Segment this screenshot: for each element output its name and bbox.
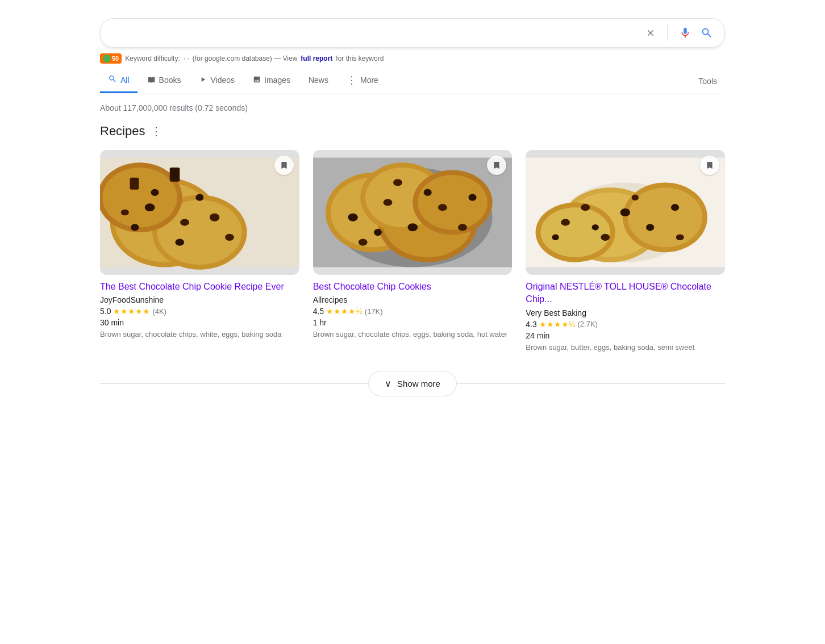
bookmark-3[interactable]	[700, 156, 719, 175]
svg-point-29	[383, 199, 392, 206]
divider	[667, 25, 668, 41]
more-dots-icon: ⋮	[347, 74, 357, 86]
recipe-time-1: 30 min	[100, 318, 299, 327]
rating-count-3: (2.7K)	[577, 320, 597, 328]
chevron-down-icon: ∨	[385, 378, 391, 389]
show-more-line-right	[457, 383, 725, 384]
tab-images-label: Images	[264, 76, 290, 85]
recipe-source-1: JoyFoodSunshine	[100, 295, 299, 304]
svg-point-28	[348, 214, 358, 221]
recipe-rating-2: 4.5 ★★★★½ (17K)	[313, 307, 512, 316]
cookie-image-3-svg	[526, 150, 725, 275]
nav-tabs: All Books Videos Images News ⋮ More	[100, 68, 725, 94]
rating-value-2: 4.5	[313, 307, 324, 316]
search-input[interactable]: chocolate chip cookie recipe	[110, 27, 639, 39]
voice-search-button[interactable]	[677, 24, 694, 41]
svg-point-50	[561, 219, 570, 225]
search-button[interactable]	[698, 24, 715, 41]
tab-all[interactable]: All	[100, 69, 138, 93]
recipe-ingredients-3: Brown sugar, butter, eggs, baking soda, …	[526, 342, 725, 353]
recipe-image-1	[100, 150, 299, 275]
svg-point-55	[552, 235, 559, 241]
svg-point-14	[225, 234, 234, 241]
recipe-source-2: Allrecipes	[313, 295, 512, 304]
recipe-card-1[interactable]: The Best Chocolate Chip Cookie Recipe Ev…	[100, 150, 299, 353]
svg-point-15	[151, 189, 159, 196]
svg-point-31	[438, 204, 447, 211]
show-more-label: Show more	[397, 379, 440, 388]
videos-icon	[199, 76, 207, 85]
tools-button[interactable]: Tools	[690, 71, 725, 91]
svg-point-45	[541, 207, 611, 257]
images-icon	[253, 76, 261, 85]
kw-dots: · ·	[184, 55, 189, 62]
svg-point-9	[145, 203, 155, 211]
svg-point-12	[210, 214, 220, 221]
svg-point-36	[468, 194, 476, 201]
recipe-card-3[interactable]: Original NESTLÉ® TOLL HOUSE® Chocolate C…	[526, 150, 725, 353]
svg-point-37	[358, 239, 367, 245]
tab-books[interactable]: Books	[140, 70, 189, 93]
nav-left: All Books Videos Images News ⋮ More	[100, 68, 386, 94]
books-icon	[148, 76, 156, 85]
search-bar: chocolate chip cookie recipe	[100, 18, 725, 48]
results-info: About 117,000,000 results (0.72 seconds)	[100, 103, 725, 112]
tab-videos-label: Videos	[210, 76, 235, 85]
tab-books-label: Books	[159, 76, 181, 85]
recipe-title-3: Original NESTLÉ® TOLL HOUSE® Chocolate C…	[526, 281, 725, 306]
cookie-image-1-svg	[100, 150, 299, 275]
svg-rect-8	[170, 168, 180, 182]
rating-count-1: (4K)	[152, 307, 166, 316]
recipe-ingredients-1: Brown sugar, chocolate chips, white, egg…	[100, 329, 299, 340]
svg-point-53	[592, 224, 599, 231]
recipe-time-2: 1 hr	[313, 318, 512, 327]
recipe-ingredients-2: Brown sugar, chocolate chips, eggs, baki…	[313, 329, 512, 340]
results-count: About 117,000,000 results (0.72 seconds)	[100, 103, 248, 112]
svg-point-43	[628, 187, 702, 247]
show-more-container: ∨ Show more	[100, 371, 725, 396]
clear-button[interactable]	[643, 26, 658, 40]
tab-images[interactable]: Images	[245, 70, 298, 93]
svg-rect-7	[130, 178, 139, 190]
recipes-more-options[interactable]: ⋮	[151, 124, 163, 138]
recipe-source-3: Very Best Baking	[526, 308, 725, 317]
stars-3: ★★★★½	[539, 320, 576, 329]
svg-point-34	[423, 189, 431, 196]
recipe-rating-3: 4.3 ★★★★½ (2.7K)	[526, 320, 725, 329]
svg-point-35	[393, 179, 402, 186]
stars-2: ★★★★½	[326, 307, 363, 316]
recipe-image-3	[526, 150, 725, 275]
svg-point-17	[195, 194, 203, 201]
keyword-difficulty-bar: 50 Keyword difficulty: · · (for google.c…	[100, 53, 725, 64]
badge-icon	[103, 55, 111, 62]
recipe-image-2	[313, 150, 512, 275]
keyword-badge: 50	[100, 53, 122, 64]
show-more-button[interactable]: ∨ Show more	[368, 371, 457, 396]
svg-point-11	[131, 224, 139, 231]
tab-more-label: More	[360, 76, 378, 85]
svg-point-32	[374, 229, 382, 236]
search-icon	[108, 74, 117, 86]
tab-news[interactable]: News	[301, 70, 336, 92]
tab-videos[interactable]: Videos	[191, 70, 243, 93]
bookmark-1[interactable]	[274, 156, 294, 175]
badge-number: 50	[112, 55, 119, 62]
svg-point-16	[121, 210, 129, 216]
recipes-title: Recipes	[100, 124, 145, 139]
recipe-time-3: 24 min	[526, 331, 725, 340]
svg-point-54	[676, 235, 684, 241]
recipe-rating-1: 5.0 ★★★★★ (4K)	[100, 307, 299, 316]
tab-news-label: News	[309, 76, 328, 85]
recipe-card-2[interactable]: Best Chocolate Chip Cookies Allrecipes 4…	[313, 150, 512, 353]
svg-point-33	[458, 224, 467, 231]
tab-more[interactable]: ⋮ More	[339, 68, 386, 94]
rating-value-1: 5.0	[100, 307, 111, 316]
kw-text-middle: (for google.com database) — View	[193, 55, 298, 62]
stars-1: ★★★★★	[113, 307, 150, 316]
kw-text-before: Keyword difficulty:	[125, 55, 180, 62]
recipes-header: Recipes ⋮	[100, 124, 725, 139]
svg-point-27	[418, 175, 488, 229]
kw-text-after: for this keyword	[336, 55, 384, 62]
full-report-link[interactable]: full report	[301, 55, 332, 62]
svg-point-6	[102, 168, 177, 227]
